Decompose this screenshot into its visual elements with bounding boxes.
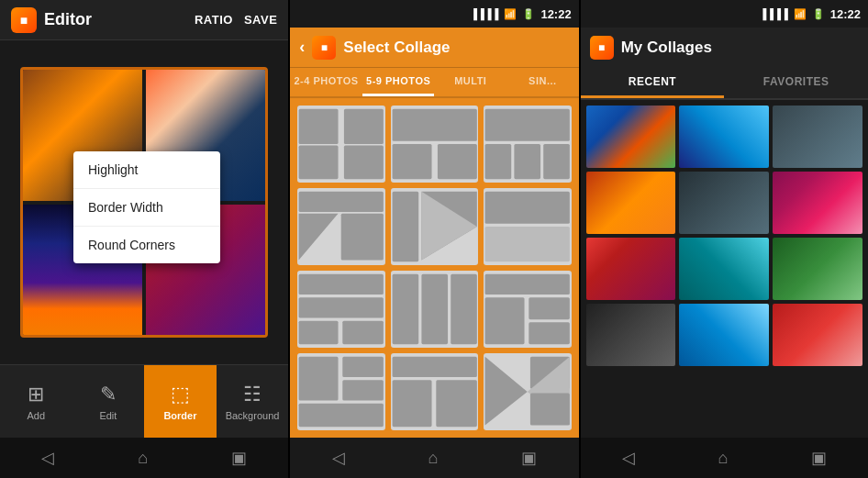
svg-rect-3 — [344, 146, 384, 180]
svg-rect-14 — [392, 192, 418, 261]
svg-marker-37 — [485, 357, 528, 426]
toolbar-add[interactable]: ⊞ Add — [0, 383, 72, 421]
my-collage-7[interactable] — [586, 238, 676, 300]
svg-rect-20 — [299, 297, 384, 317]
mc-logo: ■ — [590, 36, 614, 60]
layout-thumb-12[interactable] — [484, 353, 571, 430]
svg-rect-32 — [343, 380, 384, 400]
layout-thumb-2[interactable] — [391, 106, 478, 183]
collage-nav: ◁ ⌂ ▣ — [290, 438, 578, 478]
layout-thumb-1[interactable] — [297, 106, 384, 183]
back-button[interactable]: ◁ — [41, 448, 54, 468]
context-item-border-width[interactable]: Border Width — [73, 189, 220, 227]
layout-thumb-6[interactable] — [484, 188, 571, 265]
editor-nav: ◁ ⌂ ▣ — [0, 438, 288, 478]
editor-canvas: Highlight Border Width Round Corners — [0, 40, 288, 364]
add-icon: ⊞ — [28, 383, 44, 406]
my-collage-12[interactable] — [773, 304, 862, 366]
mc-nav: ◁ ⌂ ▣ — [581, 438, 868, 478]
collage-back-button[interactable]: ‹ — [299, 38, 305, 57]
edit-icon: ✎ — [100, 383, 117, 406]
collage-back-nav[interactable]: ◁ — [332, 448, 345, 468]
mc-header: ■ My Collages — [581, 28, 868, 68]
tab-sin[interactable]: SIN... — [506, 68, 579, 96]
svg-marker-12 — [299, 214, 339, 261]
collage-topbar: ▐▐▐▐ 📶 🔋 12:22 — [290, 0, 578, 28]
svg-rect-29 — [529, 322, 571, 344]
mc-tabs: RECENT FAVORITES — [581, 68, 868, 100]
add-label: Add — [28, 410, 46, 421]
context-item-highlight[interactable]: Highlight — [73, 151, 220, 189]
svg-rect-18 — [485, 227, 570, 261]
mc-tab-favorites[interactable]: FAVORITES — [724, 68, 868, 98]
mc-apps-nav[interactable]: ▣ — [811, 448, 827, 468]
select-collage-panel: ▐▐▐▐ 📶 🔋 12:22 ‹ ■ Select Collage 2-4 PH… — [290, 0, 578, 478]
toolbar-background[interactable]: ☷ Background — [217, 383, 289, 421]
svg-rect-13 — [341, 214, 384, 261]
layout-thumb-4[interactable] — [297, 188, 384, 265]
svg-rect-34 — [392, 357, 476, 377]
collage-apps-nav[interactable]: ▣ — [521, 448, 537, 468]
background-label: Background — [226, 410, 280, 421]
layout-thumb-9[interactable] — [484, 271, 571, 348]
layout-thumb-5[interactable] — [391, 188, 478, 265]
editor-toolbar: ⊞ Add ✎ Edit ⬚ Border ☷ Background — [0, 364, 288, 438]
layout-thumb-7[interactable] — [297, 271, 384, 348]
apps-button[interactable]: ▣ — [231, 448, 247, 468]
my-collage-11[interactable] — [679, 304, 769, 366]
context-item-round-corners[interactable]: Round Corners — [73, 227, 220, 263]
my-collage-10[interactable] — [586, 304, 676, 366]
my-collage-8[interactable] — [679, 238, 769, 300]
svg-rect-31 — [343, 357, 384, 377]
my-collage-5[interactable] — [679, 172, 769, 234]
mc-back-nav[interactable]: ◁ — [622, 448, 635, 468]
my-collage-1[interactable] — [586, 106, 676, 168]
layout-thumb-8[interactable] — [391, 271, 478, 348]
svg-rect-36 — [436, 380, 477, 427]
svg-rect-23 — [392, 274, 418, 344]
svg-rect-9 — [515, 144, 541, 179]
svg-rect-21 — [299, 321, 339, 344]
home-button[interactable]: ⌂ — [138, 449, 148, 468]
layout-thumb-11[interactable] — [391, 353, 478, 430]
collage-tabs: 2-4 PHOTOS 5-9 PHOTOS MULTI SIN... — [290, 68, 578, 98]
svg-rect-11 — [299, 192, 384, 212]
editor-panel: ■ Editor RATIO SAVE Highlight Border Wid… — [0, 0, 288, 478]
my-collage-2[interactable] — [679, 106, 769, 168]
layout-thumb-10[interactable] — [297, 353, 384, 430]
mc-wifi-icon: 📶 — [794, 8, 807, 20]
my-collage-6[interactable] — [773, 172, 862, 234]
svg-rect-35 — [392, 380, 431, 427]
svg-rect-27 — [485, 297, 525, 344]
svg-rect-28 — [529, 297, 571, 319]
ratio-button[interactable]: RATIO — [195, 13, 233, 27]
toolbar-edit[interactable]: ✎ Edit — [72, 383, 145, 421]
mc-home-nav[interactable]: ⌂ — [718, 449, 728, 468]
mc-signal-icon: ▐▐▐▐ — [760, 8, 788, 19]
signal-icon: ▐▐▐▐ — [470, 8, 498, 19]
collage-home-nav[interactable]: ⌂ — [428, 449, 439, 468]
mc-tab-recent[interactable]: RECENT — [581, 68, 725, 98]
save-button[interactable]: SAVE — [244, 13, 277, 27]
svg-rect-17 — [485, 192, 570, 224]
border-icon: ⬚ — [171, 383, 190, 406]
collage-header: ‹ ■ Select Collage — [290, 28, 578, 68]
svg-rect-4 — [392, 109, 476, 141]
edit-label: Edit — [99, 410, 117, 421]
svg-rect-8 — [485, 144, 512, 179]
mc-status-time: 12:22 — [830, 7, 861, 21]
my-collage-3[interactable] — [773, 106, 862, 168]
mc-battery-icon: 🔋 — [812, 8, 825, 20]
tab-multi[interactable]: MULTI — [434, 68, 506, 96]
svg-rect-26 — [485, 274, 570, 295]
my-collage-4[interactable] — [586, 172, 676, 234]
tab-2-4-photos[interactable]: 2-4 PHOTOS — [290, 68, 362, 96]
my-collage-9[interactable] — [773, 238, 862, 300]
svg-rect-24 — [421, 274, 448, 344]
editor-logo: ■ — [11, 7, 37, 33]
layout-thumb-3[interactable] — [484, 106, 571, 183]
editor-topbar: ■ Editor RATIO SAVE — [0, 0, 288, 40]
tab-5-9-photos[interactable]: 5-9 PHOTOS — [362, 68, 435, 96]
my-collages-panel: ▐▐▐▐ 📶 🔋 12:22 ■ My Collages RECENT FAVO… — [581, 0, 868, 478]
toolbar-border[interactable]: ⬚ Border — [144, 365, 217, 438]
